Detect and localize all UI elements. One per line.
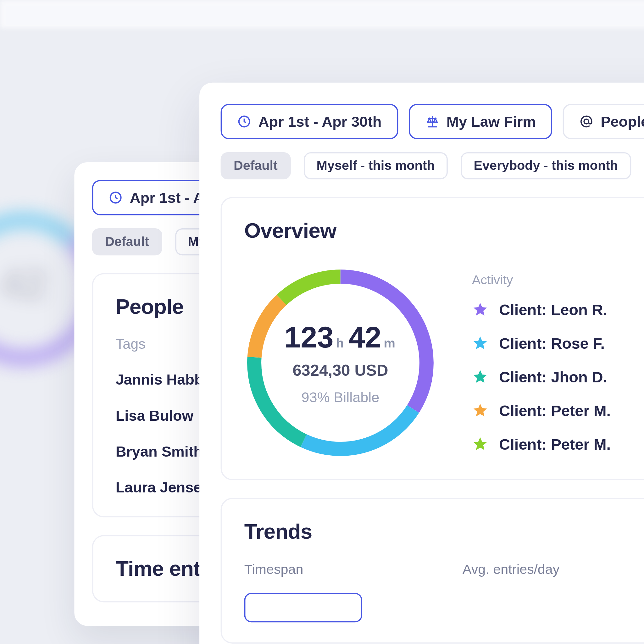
trend-col-avg-entries: Avg. entries/day xyxy=(463,562,560,578)
front-card: Apr 1st - Apr 30th My Law Firm People # … xyxy=(199,83,644,644)
at-icon xyxy=(580,114,594,129)
legend-item[interactable]: Client: Leon R. xyxy=(472,301,644,319)
preset-everybody[interactable]: Everybody - this month xyxy=(461,152,631,179)
scales-icon xyxy=(425,114,439,129)
preset-row: Default Myself - this month Everybody - … xyxy=(221,152,644,179)
donut-hours: 123 xyxy=(284,320,334,354)
donut-hours-unit: h xyxy=(336,336,344,351)
overview-title: Overview xyxy=(244,218,644,243)
legend-item[interactable]: Client: Peter M. xyxy=(472,435,644,453)
preset-myself[interactable]: Myself - this month xyxy=(303,152,448,179)
donut-minutes: 42 xyxy=(348,320,381,354)
trend-col-timespan: Timespan xyxy=(244,562,362,578)
people-chip-label: People xyxy=(601,113,644,130)
trends-title: Trends xyxy=(244,519,644,544)
clock-icon xyxy=(108,191,123,205)
svg-point-2 xyxy=(584,119,589,124)
filter-chip-row: Apr 1st - Apr 30th My Law Firm People # xyxy=(221,104,644,139)
donut-minutes-unit: m xyxy=(384,336,395,351)
firm-label: My Law Firm xyxy=(447,113,536,130)
overview-legend: Activity Client: Leon R.Client: Rose F.C… xyxy=(472,272,644,453)
star-icon xyxy=(472,302,489,318)
clock-icon xyxy=(237,114,251,129)
legend-title: Activity xyxy=(472,272,644,288)
overview-panel: Overview 123 h 42 m 6324,30 USD 93% Bill… xyxy=(221,197,644,480)
date-range-chip[interactable]: Apr 1st - Apr 30th xyxy=(221,104,398,139)
trends-panel: Trends Timespan Avg. entries/day Avg xyxy=(221,498,644,643)
donut-billable: 93% Billable xyxy=(302,389,380,406)
star-icon xyxy=(472,335,489,352)
preset-default[interactable]: Default xyxy=(221,152,291,179)
legend-item[interactable]: Client: Jhon D. xyxy=(472,368,644,386)
date-range-label: Apr 1st - Apr 30th xyxy=(258,113,382,130)
overview-donut: 123 h 42 m 6324,30 USD 93% Billable xyxy=(244,267,437,459)
firm-chip[interactable]: My Law Firm xyxy=(409,104,552,139)
star-icon xyxy=(472,436,489,452)
donut-time: 123 h 42 m xyxy=(284,320,397,354)
donut-amount: 6324,30 USD xyxy=(292,361,388,380)
legend-item-label: Client: Rose F. xyxy=(499,334,605,353)
legend-item-label: Client: Peter M. xyxy=(499,435,611,453)
legend-item[interactable]: Client: Peter M. xyxy=(472,402,644,420)
star-icon xyxy=(472,402,489,419)
legend-item[interactable]: Client: Rose F. xyxy=(472,334,644,353)
timespan-select[interactable] xyxy=(244,593,362,622)
legend-item-label: Client: Leon R. xyxy=(499,301,607,319)
legend-item-label: Client: Jhon D. xyxy=(499,368,607,386)
star-icon xyxy=(472,369,489,386)
legend-item-label: Client: Peter M. xyxy=(499,402,611,420)
people-chip[interactable]: People xyxy=(563,104,644,139)
preset-default-back[interactable]: Default xyxy=(92,228,162,255)
